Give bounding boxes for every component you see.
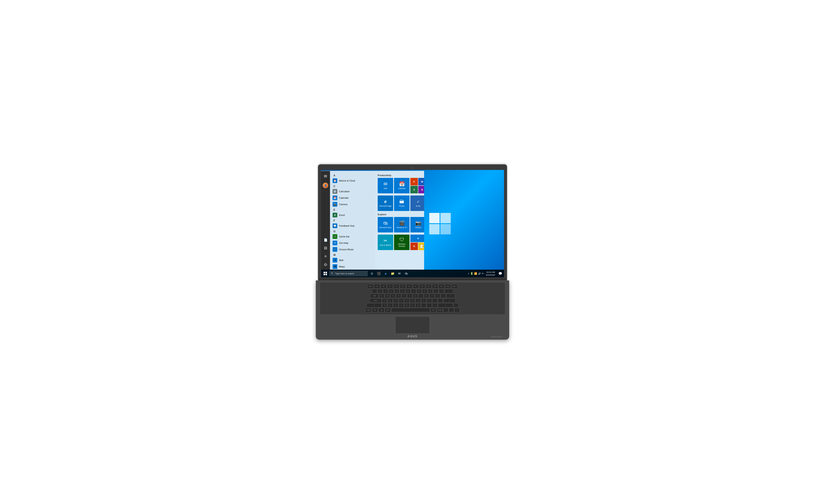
key-esc[interactable]: ESC bbox=[368, 284, 374, 289]
key-2[interactable]: 2 bbox=[383, 289, 388, 293]
key-g[interactable]: G bbox=[404, 298, 409, 303]
key-quote[interactable]: ' bbox=[438, 298, 443, 303]
taskbar-notification-center[interactable]: 💬 bbox=[497, 271, 503, 277]
tile-camera2[interactable]: 📷 Camera bbox=[410, 217, 424, 232]
start-button[interactable] bbox=[322, 270, 329, 277]
key-r[interactable]: R bbox=[396, 294, 401, 298]
key-f2[interactable]: F2 bbox=[380, 284, 386, 289]
key-alt-r[interactable]: ALT bbox=[430, 308, 436, 312]
tile-calendar[interactable]: 📅 Calendar bbox=[394, 178, 409, 193]
key-arrow-down[interactable]: ↓ bbox=[449, 308, 454, 312]
key-backslash[interactable]: \ bbox=[446, 294, 455, 298]
key-f[interactable]: F bbox=[399, 298, 404, 303]
tile-windows-security[interactable]: 🛡 Windows Security bbox=[394, 235, 409, 250]
app-groove-music[interactable]: 🎵 Groove Music bbox=[330, 246, 375, 253]
key-f7[interactable]: F7 bbox=[413, 284, 419, 289]
key-t[interactable]: T bbox=[401, 294, 407, 298]
key-ctrl-r[interactable]: CTRL bbox=[437, 308, 443, 312]
key-4[interactable]: 4 bbox=[394, 289, 399, 293]
key-period[interactable]: . bbox=[427, 303, 432, 307]
search-bar[interactable]: 🔍 Type here to search bbox=[329, 271, 368, 276]
taskbar-pen-icon[interactable]: ✏ bbox=[482, 272, 484, 275]
key-w[interactable]: W bbox=[385, 294, 390, 298]
key-enter[interactable]: ↵ bbox=[443, 298, 455, 303]
key-f12[interactable]: F12 bbox=[445, 284, 451, 289]
key-m[interactable]: M bbox=[416, 303, 421, 307]
key-v[interactable]: V bbox=[399, 303, 404, 307]
app-excel[interactable]: X Excel bbox=[330, 212, 375, 218]
key-f8[interactable]: F8 bbox=[419, 284, 425, 289]
tile-photos[interactable]: 🏔 Photos bbox=[394, 196, 409, 211]
key-6[interactable]: 6 bbox=[405, 289, 410, 293]
key-arrow-up[interactable]: ↑ bbox=[453, 303, 458, 307]
key-f4[interactable]: F4 bbox=[393, 284, 399, 289]
key-slash[interactable]: / bbox=[432, 303, 437, 307]
key-tab[interactable]: TAB bbox=[370, 294, 379, 298]
sidebar-pictures-icon[interactable]: 🖼 bbox=[322, 245, 329, 251]
key-f6[interactable]: F6 bbox=[406, 284, 412, 289]
key-s[interactable]: S bbox=[388, 298, 393, 303]
key-8[interactable]: 8 bbox=[417, 289, 422, 293]
key-i[interactable]: I bbox=[418, 294, 424, 298]
key-p[interactable]: P bbox=[430, 294, 435, 298]
app-alarms-clock[interactable]: ⏰ Alarms & Clock bbox=[330, 177, 375, 184]
key-lbracket[interactable]: [ bbox=[435, 294, 440, 298]
key-space[interactable] bbox=[391, 308, 430, 312]
key-n[interactable]: N bbox=[410, 303, 415, 307]
key-fn[interactable]: FN bbox=[372, 308, 378, 312]
tile-mail[interactable]: ✉ Mail bbox=[378, 178, 393, 193]
tile-store[interactable]: 🛍 Microsoft Store bbox=[378, 217, 393, 232]
key-y[interactable]: Y bbox=[407, 294, 412, 298]
key-lshift[interactable]: ⇧ bbox=[367, 303, 382, 307]
taskbar-file-explorer[interactable]: 📁 bbox=[389, 270, 396, 277]
taskbar-chevron-icon[interactable]: ∧ bbox=[468, 272, 469, 275]
key-alt-l[interactable]: ALT bbox=[385, 308, 391, 312]
key-e[interactable]: E bbox=[390, 294, 395, 298]
key-b[interactable]: B bbox=[404, 303, 409, 307]
app-mail[interactable]: ✉ Mail bbox=[330, 257, 375, 264]
taskbar-cortana[interactable]: ⊙ bbox=[369, 270, 375, 277]
key-u[interactable]: U bbox=[413, 294, 418, 298]
key-minus[interactable]: - bbox=[433, 289, 439, 293]
key-d[interactable]: D bbox=[393, 298, 398, 303]
user-avatar[interactable]: 👤 bbox=[323, 183, 328, 188]
tile-office-group[interactable]: P W X N bbox=[410, 178, 424, 193]
key-j[interactable]: J bbox=[416, 298, 421, 303]
taskbar-volume-icon[interactable]: 🔊 bbox=[478, 272, 481, 275]
hamburger-button[interactable] bbox=[322, 173, 329, 179]
key-c[interactable]: C bbox=[393, 303, 398, 307]
tile-snip-sketch[interactable]: ✂ Snip & Sketch bbox=[378, 235, 393, 250]
key-arrow-right[interactable]: → bbox=[454, 308, 460, 312]
key-f5[interactable]: F5 bbox=[400, 284, 406, 289]
touchpad[interactable] bbox=[395, 316, 430, 334]
key-3[interactable]: 3 bbox=[389, 289, 394, 293]
key-backtick[interactable]: ` bbox=[372, 289, 377, 293]
sidebar-power-icon[interactable]: ⏻ bbox=[322, 261, 329, 268]
key-capslock[interactable]: CAPS bbox=[370, 298, 382, 303]
taskbar-edge[interactable]: e bbox=[382, 270, 389, 277]
tile-movies[interactable]: 🎬 Movies & TV bbox=[394, 217, 409, 232]
key-1[interactable]: 1 bbox=[377, 289, 383, 293]
key-5[interactable]: 5 bbox=[400, 289, 405, 293]
key-k[interactable]: K bbox=[421, 298, 426, 303]
key-backspace[interactable]: ← bbox=[445, 289, 453, 293]
app-feedback-hub[interactable]: 💬 Feedback Hub bbox=[330, 223, 375, 229]
tile-edge[interactable]: e Microsoft Edge bbox=[378, 196, 393, 211]
key-0[interactable]: 0 bbox=[428, 289, 433, 293]
app-get-help[interactable]: ? Get Help bbox=[330, 240, 375, 246]
key-f11[interactable]: F11 bbox=[439, 284, 445, 289]
key-rshift[interactable]: ⇧ bbox=[438, 303, 453, 307]
key-del[interactable]: DEL bbox=[451, 284, 457, 289]
taskbar-clock[interactable]: 10:10 AM 5/21/2019 bbox=[486, 271, 495, 277]
key-ctrl-l[interactable]: CTRL bbox=[365, 308, 371, 312]
key-f10[interactable]: F10 bbox=[432, 284, 438, 289]
key-f9[interactable]: F9 bbox=[426, 284, 432, 289]
app-game-bar[interactable]: 🎮 Game bar bbox=[330, 233, 375, 240]
app-maps[interactable]: 🗺 Maps bbox=[330, 264, 375, 270]
key-f3[interactable]: F3 bbox=[387, 284, 393, 289]
app-calculator[interactable]: 🔢 Calculator bbox=[330, 188, 375, 195]
key-q[interactable]: Q bbox=[379, 294, 384, 298]
taskbar-task-view[interactable]: ⬛ bbox=[376, 270, 382, 277]
key-comma[interactable]: , bbox=[421, 303, 426, 307]
key-win[interactable]: ⊞ bbox=[378, 308, 384, 312]
